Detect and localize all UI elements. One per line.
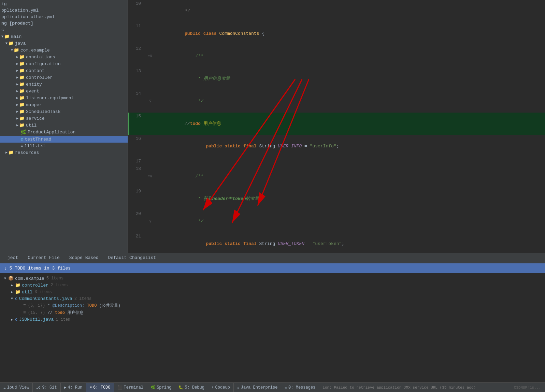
- sidebar-item-event[interactable]: ▶ 📁 event: [0, 88, 128, 95]
- todo-keyword: todo: [55, 310, 65, 315]
- line-gutter: ≡⊽: [145, 165, 155, 188]
- expand-icon: ▶: [11, 283, 13, 287]
- status-error-text: ion: Failed to retrieve application JMX …: [322, 386, 476, 390]
- todo-file-header-common-constants[interactable]: ▼ c CommonConstants.java 2 items: [7, 295, 545, 302]
- code-line-21: 21 public static final String USER_TOKEN…: [128, 233, 545, 253]
- file-name: CommonConstants.java: [19, 296, 72, 301]
- todo-entry-2[interactable]: ≡ (15, 7) // todo 用户信息: [7, 309, 545, 316]
- tab-default-changelist[interactable]: Default Changelist: [103, 253, 161, 263]
- sidebar-item-annotations[interactable]: ▶ 📁 annotations: [0, 54, 128, 60]
- sidebar-item-service[interactable]: ▶ 📁 service: [0, 115, 128, 122]
- status-tool-java-enterprise[interactable]: ☕ Java Enterprise: [234, 383, 282, 392]
- sidebar-item-java[interactable]: ▼ 📁 java: [0, 40, 128, 47]
- sidebar-item-1111-txt[interactable]: ≡ 1111.txt: [0, 143, 128, 149]
- todo-entry-1[interactable]: ≡ (6, 17) * @Description: TODO (公共常量): [7, 302, 545, 309]
- sidebar-item-controller[interactable]: ▶ 📁 controller: [0, 74, 128, 81]
- tab-project[interactable]: ject: [3, 253, 23, 263]
- sidebar-item-app-yml[interactable]: pplication.yml: [0, 7, 128, 14]
- line-gutter: [145, 135, 155, 158]
- code-line-18: 18 ≡⊽ /**: [128, 165, 545, 188]
- git-icon: ⎇: [36, 385, 41, 390]
- line-number: 18: [128, 165, 145, 188]
- expand-arrow: ▶: [16, 96, 18, 100]
- expand-arrow: ▶: [5, 150, 8, 155]
- line-gutter: ≡⊽: [145, 45, 155, 68]
- todo-subgroup-header-util[interactable]: ▶ 📁 util 3 items: [7, 289, 545, 295]
- sidebar-item-resources[interactable]: ▶ 📁 resources: [0, 149, 128, 156]
- todo-subgroup-controller: ▶ 📁 controller 2 items: [0, 282, 545, 289]
- folder-icon: 📁: [15, 282, 20, 288]
- line-content: public static final String USER_TOKEN = …: [155, 233, 545, 253]
- messages-icon: ✉: [285, 385, 287, 390]
- status-tool-debug[interactable]: 🐛 5: Debug: [175, 383, 208, 392]
- todo-subgroup-header-controller[interactable]: ▶ 📁 controller 2 items: [7, 282, 545, 289]
- sidebar-item-test-thread[interactable]: c testThread: [0, 136, 128, 143]
- line-gutter: ⊽: [145, 210, 155, 233]
- tool-label: loud View: [7, 385, 29, 390]
- sidebar-item-entity[interactable]: ▶ 📁 entity: [0, 81, 128, 88]
- line-number: 11: [128, 23, 145, 45]
- todo-file-header-jsonutil[interactable]: ▶ c JSONUtil.java 1 item: [7, 316, 545, 323]
- subgroup-name: controller: [22, 283, 48, 288]
- spring-icon: 🌿: [20, 129, 26, 135]
- folder-icon: 📁: [19, 102, 25, 107]
- code-line-15: 15 //todo 用户信息: [128, 113, 545, 135]
- sidebar-item-scheduledtask[interactable]: ▶ 📁 ScheduledTask: [0, 108, 128, 115]
- sidebar-item-listener[interactable]: ▶ 📁 listener.equipment: [0, 95, 128, 101]
- folder-icon: 📁: [14, 47, 19, 53]
- entry-text2: 用户信息: [67, 310, 84, 315]
- sidebar-item-product-application[interactable]: 🌿 ProductApplication: [0, 129, 128, 136]
- code-editor[interactable]: 10 */ 11 public class CommonConstants { …: [128, 0, 545, 253]
- status-tool-cloud[interactable]: ☁ loud View: [0, 383, 33, 392]
- sidebar-item-main[interactable]: ▼ 📁 main: [0, 33, 128, 40]
- line-number: 16: [128, 135, 145, 158]
- status-tool-messages[interactable]: ✉ 0: Messages: [281, 383, 319, 392]
- expand-arrow: ▶: [16, 103, 18, 107]
- status-tool-todo[interactable]: ≡ 6: TODO: [86, 383, 114, 392]
- line-content: [155, 158, 545, 165]
- subgroup-count: 3 items: [34, 290, 52, 294]
- line-content: * 用户信息常量: [155, 68, 545, 90]
- todo-list: ▼ 📦 com.example 5 items ▶ 📁 controller 2…: [0, 273, 545, 382]
- sidebar-item-ig[interactable]: ig: [0, 1, 128, 7]
- tool-label: Codeup: [215, 385, 230, 390]
- tool-label: Spring: [157, 385, 171, 390]
- status-tool-run[interactable]: ▶ 4: Run: [61, 383, 86, 392]
- line-gutter: [145, 158, 155, 165]
- tab-scope-based[interactable]: Scope Based: [64, 253, 103, 263]
- expand-arrow: ▶: [16, 82, 18, 86]
- folder-icon: 📁: [15, 289, 20, 295]
- sidebar-item-mapper[interactable]: ▶ 📁 mapper: [0, 101, 128, 108]
- group-name: com.example: [15, 276, 44, 281]
- sidebar-item-util[interactable]: ▶ 📁 util: [0, 122, 128, 129]
- expand-arrow: ▶: [16, 62, 18, 66]
- expand-arrow: ▶: [16, 110, 18, 114]
- status-tool-git[interactable]: ⎇ 9: Git: [33, 383, 60, 392]
- at-description: @Description:: [53, 303, 85, 308]
- status-tool-terminal[interactable]: ⬛ Terminal: [114, 383, 147, 392]
- code-line-11: 11 public class CommonConstants {: [128, 23, 545, 45]
- sidebar-item-app-other-yml[interactable]: pplication-other.yml: [0, 14, 128, 20]
- sidebar-item-c[interactable]: c: [0, 27, 128, 33]
- folder-icon: 📁: [19, 122, 25, 128]
- line-content: public static final String USER_INFO = "…: [155, 135, 545, 158]
- tab-current-file[interactable]: Current File: [23, 253, 64, 263]
- status-tool-spring[interactable]: 🌿 Spring: [147, 383, 175, 392]
- code-line-17: 17: [128, 158, 545, 165]
- tab-label: Scope Based: [69, 255, 99, 260]
- status-tool-codeup[interactable]: ⬆ Codeup: [208, 383, 234, 392]
- bottom-panel: ject Current File Scope Based Default Ch…: [0, 253, 545, 382]
- sidebar-item-com-example[interactable]: ▼ 📁 com.example: [0, 47, 128, 54]
- todo-group-header[interactable]: ▼ 📦 com.example 5 items: [0, 275, 545, 282]
- line-number: 17: [128, 158, 145, 165]
- sidebar-item-configuration[interactable]: ▶ 📁 configuration: [0, 60, 128, 67]
- bottom-tab-bar: ject Current File Scope Based Default Ch…: [0, 253, 545, 263]
- tab-label: Default Changelist: [108, 255, 156, 260]
- sidebar-item-contant[interactable]: ▶ 📁 contant: [0, 67, 128, 74]
- line-gutter: [145, 68, 155, 90]
- line-gutter: [145, 113, 155, 135]
- line-number: 20: [128, 210, 145, 233]
- line-content: */: [155, 90, 545, 113]
- sidebar-item-ng-product[interactable]: ng [product]: [0, 20, 128, 27]
- folder-icon: 📁: [8, 41, 14, 46]
